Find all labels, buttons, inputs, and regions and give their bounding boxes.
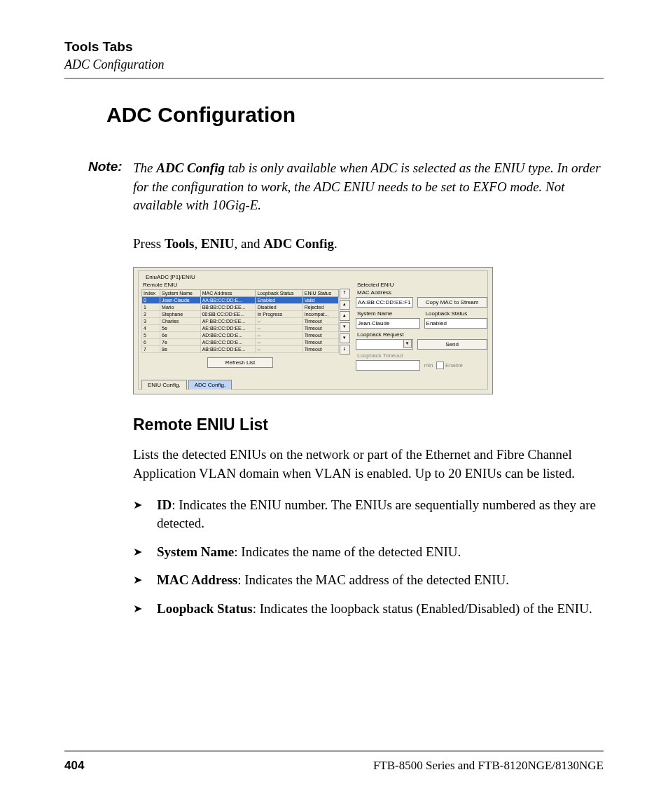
remote-eniu-label: Remote ENIU [143, 282, 339, 288]
table-cell: Rejected [302, 304, 338, 311]
selected-label: Selected ENIU [357, 282, 487, 288]
table-cell: 2 [142, 311, 160, 318]
press-pre: Press [133, 236, 165, 251]
scroll-down-icon[interactable]: ▾ [340, 333, 350, 343]
scroll-prev-icon[interactable]: ▴ [340, 311, 350, 321]
instruction-text: Press Tools, ENIU, and ADC Config. [133, 235, 604, 254]
tab-eniu-config[interactable]: ENIU Config. [141, 380, 187, 390]
bullet-text: : Indicates the name of the detected ENI… [234, 544, 461, 559]
table-row[interactable]: 78eAB:BB:CC:DD:EE...--Timeout [142, 346, 339, 353]
table-cell: 1 [142, 304, 160, 311]
enable-checkbox[interactable] [436, 362, 444, 369]
table-cell: 5 [142, 332, 160, 339]
chevron-down-icon[interactable]: ▼ [403, 339, 412, 348]
page-header-title: Tools Tabs [64, 39, 604, 55]
section-heading: ADC Configuration [106, 103, 604, 127]
table-row[interactable]: 3CharlesAF:BB:CC:DD:EE...--Timeout [142, 318, 339, 325]
list-item: MAC Address: Indicates the MAC address o… [133, 571, 604, 590]
table-cell: Incompat... [302, 311, 338, 318]
list-item: ID: Indicates the ENIU number. The ENIUs… [133, 496, 604, 533]
press-s1: , [194, 236, 201, 251]
remote-eniu-table[interactable]: Index System Name MAC Address Loopback S… [141, 289, 339, 353]
th-name[interactable]: System Name [160, 290, 201, 297]
table-cell: Timeout [302, 318, 338, 325]
send-button[interactable]: Send [417, 339, 487, 350]
table-cell: Disabled [256, 304, 302, 311]
table-cell: Charles [160, 318, 201, 325]
table-cell: AA:BB:CC:DD:E... [200, 297, 256, 304]
table-row[interactable]: 0Jean-ClaudeAA:BB:CC:DD:E...EnabledValid [142, 297, 339, 304]
note-label: Note: [88, 159, 133, 215]
table-cell: Jean-Claude [160, 297, 201, 304]
lbreq-dropdown[interactable]: ▼ [356, 339, 413, 350]
table-cell: AC:BB:CC:DD:E... [200, 339, 256, 346]
table-cell: Stephane [160, 311, 201, 318]
table-cell: AE:BB:CC:DD:EE... [200, 325, 256, 332]
tab-adc-config[interactable]: ADC Config. [188, 380, 232, 390]
table-cell: Mario [160, 304, 201, 311]
note-text-pre: The [133, 160, 156, 175]
table-cell: 7e [160, 339, 201, 346]
screenshot-panel: EniuADC [P1]/ENIU Remote ENIU Index Syst… [133, 267, 493, 394]
table-cell: Timeout [302, 332, 338, 339]
scroll-top-icon[interactable]: ⤒ [340, 289, 350, 298]
table-row[interactable]: 67eAC:BB:CC:DD:E...--Timeout [142, 339, 339, 346]
table-cell: 3 [142, 318, 160, 325]
sysname-field[interactable]: Jean-Claude [356, 318, 420, 329]
press-s2: , and [235, 236, 264, 251]
table-cell: AD:BB:CC:DD:E... [200, 332, 256, 339]
subsection-intro: Lists the detected ENIUs on the network … [133, 446, 604, 483]
table-cell: Enabled [256, 297, 302, 304]
enable-label: Enable [445, 362, 463, 369]
table-cell: -- [256, 332, 302, 339]
th-mac[interactable]: MAC Address [200, 290, 256, 297]
bullet-term: ID [157, 497, 172, 512]
note-text-bold: ADC Config [156, 160, 225, 175]
mac-label: MAC Address [357, 289, 487, 296]
table-cell: -- [256, 346, 302, 353]
bullet-text: : Indicates the ENIU number. The ENIUs a… [157, 497, 596, 531]
table-cell: Timeout [302, 346, 338, 353]
press-b3: ADC Config [263, 236, 334, 251]
table-cell: 0 [142, 297, 160, 304]
table-row[interactable]: 56eAD:BB:CC:DD:E...--Timeout [142, 332, 339, 339]
page-header-subtitle: ADC Configuration [64, 57, 604, 72]
mac-field[interactable]: AA:BB:CC:DD:EE:F1 [356, 297, 413, 308]
table-row[interactable]: 2Stephane00:BB:CC:DD:EE...In ProgressInc… [142, 311, 339, 318]
table-cell: BB:BB:CC:DD:EE... [200, 304, 256, 311]
timeout-unit: min Enable [424, 360, 487, 371]
table-cell: 6e [160, 332, 201, 339]
table-row[interactable]: 45eAE:BB:CC:DD:EE...--Timeout [142, 325, 339, 332]
th-index[interactable]: Index [142, 290, 160, 297]
table-cell: AB:BB:CC:DD:EE... [200, 346, 256, 353]
bullet-term: System Name [157, 544, 234, 559]
table-cell: Timeout [302, 339, 338, 346]
table-row[interactable]: 1MarioBB:BB:CC:DD:EE...DisabledRejected [142, 304, 339, 311]
table-cell: -- [256, 325, 302, 332]
lbtimeout-field [356, 360, 420, 371]
table-cell: -- [256, 339, 302, 346]
table-cell: Timeout [302, 325, 338, 332]
list-item: Loopback Status: Indicates the loopback … [133, 600, 604, 619]
press-post: . [334, 236, 338, 251]
bullet-term: Loopback Status [157, 601, 253, 616]
table-cell: Valid [302, 297, 338, 304]
bullet-text: : Indicates the loopback status (Enabled… [253, 601, 592, 616]
lbstatus-label: Loopback Status [426, 310, 487, 317]
min-label: min [424, 362, 433, 369]
copy-mac-button[interactable]: Copy MAC to Stream [417, 297, 487, 308]
scroll-bottom-icon[interactable]: ⤓ [340, 345, 350, 355]
th-stat[interactable]: ENIU Status [302, 290, 338, 297]
table-cell: 00:BB:CC:DD:EE... [200, 311, 256, 318]
press-b1: Tools [165, 236, 195, 251]
table-cell: In Progress [256, 311, 302, 318]
refresh-button[interactable]: Refresh List [207, 357, 273, 368]
scroll-next-icon[interactable]: ▾ [340, 322, 350, 332]
sysname-label: System Name [357, 310, 420, 317]
doc-title: FTB-8500 Series and FTB-8120NGE/8130NGE [373, 759, 604, 773]
th-lb[interactable]: Loopback Status [256, 290, 302, 297]
note-body: The ADC Config tab is only available whe… [133, 159, 604, 215]
press-b2: ENIU [201, 236, 235, 251]
list-item: System Name: Indicates the name of the d… [133, 543, 604, 562]
scroll-up-icon[interactable]: ▴ [340, 300, 350, 310]
